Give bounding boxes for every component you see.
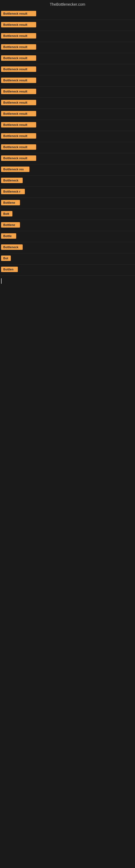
bottleneck-result-badge[interactable]: Bottleneck result: [1, 89, 36, 94]
site-title: TheBottlenecker.com: [0, 0, 135, 9]
list-item[interactable]: Bottleneck result: [0, 120, 135, 131]
bottleneck-result-badge[interactable]: Bottleneck result: [1, 122, 36, 127]
bottleneck-result-badge[interactable]: Bottleneck result: [1, 155, 36, 161]
bottleneck-result-badge[interactable]: Bottleneck result: [1, 44, 36, 50]
bottleneck-result-badge[interactable]: Bottlen: [1, 267, 18, 272]
cursor-indicator: [1, 278, 2, 284]
list-item[interactable]: Bot: [0, 253, 135, 265]
list-item[interactable]: Bottleneck result: [0, 31, 135, 42]
list-item[interactable]: Bottleneck result: [0, 42, 135, 53]
list-item[interactable]: Bottle: [0, 231, 135, 242]
bottleneck-result-badge[interactable]: Bottlene: [1, 222, 20, 227]
bottleneck-result-badge[interactable]: Bot: [1, 255, 11, 261]
bottleneck-result-badge[interactable]: Bottleneck result: [1, 22, 36, 27]
list-item[interactable]: Bottleneck result: [0, 75, 135, 87]
bottleneck-result-badge[interactable]: Bottleneck result: [1, 11, 36, 16]
list-item[interactable]: Bottleneck res: [0, 164, 135, 176]
list-item[interactable]: Bottleneck: [0, 176, 135, 187]
list-item[interactable]: Bottlene: [0, 198, 135, 209]
bottleneck-result-badge[interactable]: Bottle: [1, 233, 16, 239]
list-item[interactable]: Bottleneck result: [0, 53, 135, 64]
bottleneck-result-badge[interactable]: Bottleneck result: [1, 66, 36, 72]
list-item[interactable]: Bottleneck result: [0, 9, 135, 20]
list-item[interactable]: Bottlen: [0, 265, 135, 276]
list-item[interactable]: Bottleneck r: [0, 187, 135, 198]
bottleneck-result-badge[interactable]: Bottleneck result: [1, 144, 36, 150]
bottleneck-result-badge[interactable]: Bott: [1, 211, 12, 216]
bottleneck-result-badge[interactable]: Bottleneck: [1, 178, 23, 183]
list-item[interactable]: Bottleneck result: [0, 142, 135, 153]
bottleneck-result-badge[interactable]: Bottleneck result: [1, 133, 36, 138]
bottleneck-result-badge[interactable]: Bottleneck r: [1, 189, 25, 194]
list-item[interactable]: Bottleneck result: [0, 98, 135, 109]
list-item[interactable]: Bottlene: [0, 220, 135, 231]
bottleneck-result-badge[interactable]: Bottleneck result: [1, 111, 36, 116]
bottleneck-result-badge[interactable]: Bottleneck result: [1, 33, 36, 38]
list-item[interactable]: Bottleneck: [0, 242, 135, 253]
bottleneck-result-badge[interactable]: Bottleneck result: [1, 100, 36, 105]
list-item[interactable]: Bott: [0, 209, 135, 220]
bottleneck-result-badge[interactable]: Bottlene: [1, 200, 20, 205]
list-item[interactable]: Bottleneck result: [0, 153, 135, 164]
bottleneck-result-badge[interactable]: Bottleneck result: [1, 55, 36, 61]
list-item[interactable]: Bottleneck result: [0, 20, 135, 31]
bottleneck-result-badge[interactable]: Bottleneck res: [1, 166, 30, 172]
list-item[interactable]: Bottleneck result: [0, 109, 135, 120]
list-item[interactable]: Bottleneck result: [0, 87, 135, 98]
list-item[interactable]: Bottleneck result: [0, 131, 135, 142]
list-item[interactable]: Bottleneck result: [0, 64, 135, 75]
bottleneck-result-badge[interactable]: Bottleneck: [1, 244, 23, 250]
bottleneck-result-badge[interactable]: Bottleneck result: [1, 78, 36, 83]
